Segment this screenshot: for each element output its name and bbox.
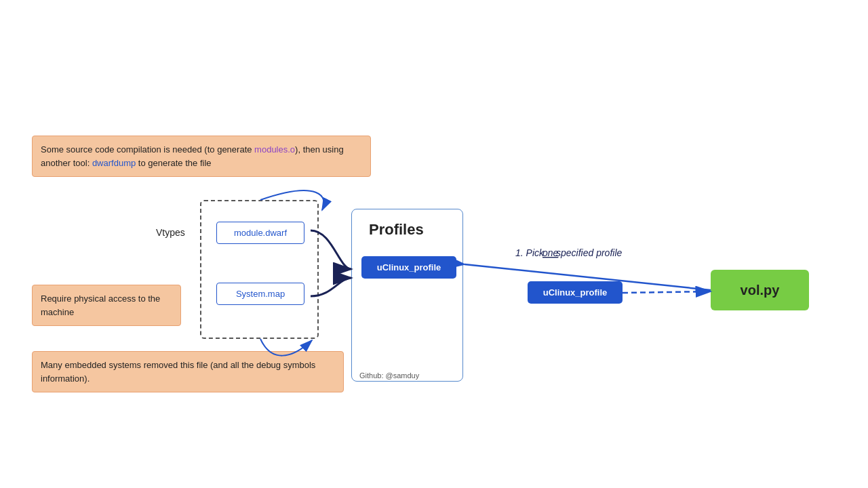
modules-highlight: modules.o [254, 144, 295, 155]
profiles-badge: uClinux_profile [361, 256, 456, 279]
vtypes-label: Vtypes [156, 227, 185, 238]
info-box-physical-access: Require physical access to the machine [32, 285, 181, 326]
embedded-text: Many embedded systems removed this file … [41, 360, 315, 384]
volpy-box: vol.py [711, 270, 809, 310]
physical-access-text: Require physical access to the machine [41, 293, 160, 317]
svg-text:specified profile: specified profile [556, 247, 622, 258]
vtypes-item-module-dwarf: module.dwarf [216, 222, 304, 244]
svg-text:1. Pick: 1. Pick [515, 247, 545, 258]
profiles-footer: Github: @samduy [359, 371, 419, 380]
uclinux-float-badge: uClinux_profile [528, 281, 623, 304]
vtypes-item-system-map: System.map [216, 283, 304, 305]
svg-text:one: one [542, 247, 559, 258]
profiles-title: Profiles [369, 221, 424, 239]
info-box-compilation: Some source code compilation is needed (… [32, 136, 371, 177]
vtypes-container: module.dwarf System.map [200, 200, 319, 339]
info-box-embedded: Many embedded systems removed this file … [32, 351, 344, 392]
dwarfdump-highlight: dwarfdump [92, 158, 136, 168]
